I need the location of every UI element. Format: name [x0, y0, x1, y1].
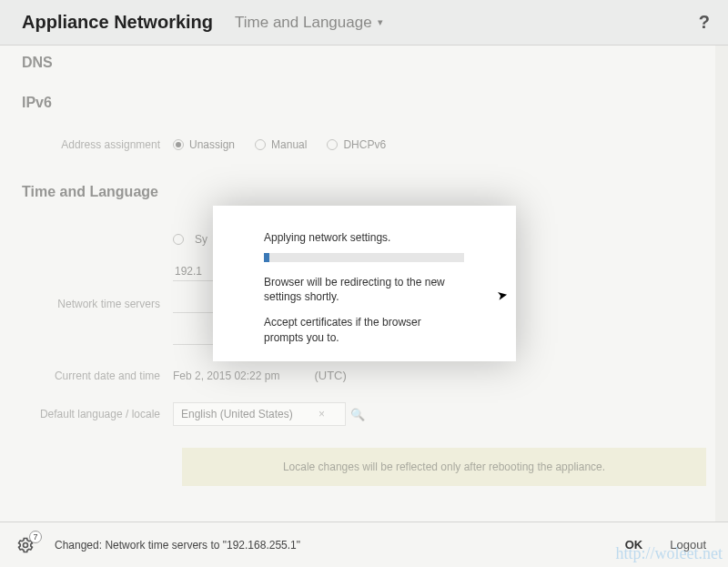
- chevron-down-icon: ▾: [378, 16, 383, 28]
- ok-button[interactable]: OK: [625, 538, 643, 552]
- progress-modal: Applying network settings. Browser will …: [213, 206, 516, 361]
- modal-line-3: Accept certificates if the browser promp…: [264, 315, 455, 344]
- help-icon[interactable]: ?: [699, 12, 710, 33]
- page-title: Appliance Networking: [22, 12, 213, 33]
- progress-fill: [264, 253, 269, 262]
- modal-line-2: Browser will be redirecting to the new s…: [264, 275, 446, 304]
- svg-point-0: [24, 542, 28, 547]
- modal-title: Applying network settings.: [264, 231, 490, 244]
- status-text: Changed: Network time servers to "192.16…: [55, 539, 300, 552]
- logout-button[interactable]: Logout: [670, 538, 706, 552]
- activity-badge: 7: [29, 531, 42, 543]
- breadcrumb-dropdown[interactable]: Time and Language ▾: [235, 14, 383, 32]
- activity-gear-icon[interactable]: 7: [16, 536, 35, 554]
- bottom-bar: 7 Changed: Network time servers to "192.…: [0, 521, 728, 567]
- top-bar: Appliance Networking Time and Language ▾…: [0, 0, 728, 46]
- breadcrumb-label: Time and Language: [235, 14, 372, 32]
- progress-bar: [264, 253, 464, 262]
